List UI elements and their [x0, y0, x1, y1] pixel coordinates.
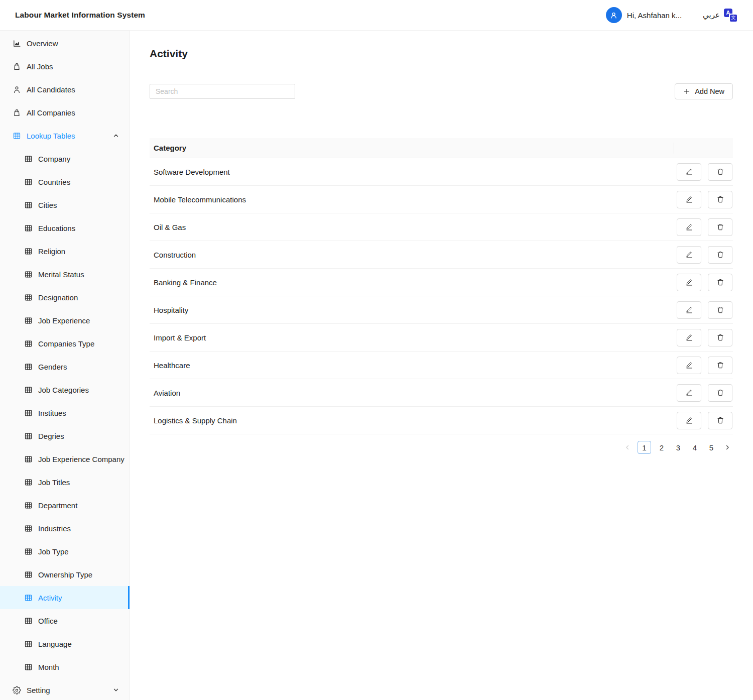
edit-button[interactable]	[677, 246, 701, 264]
language-label[interactable]: عربي	[703, 11, 720, 20]
sidebar-item-label: All Jobs	[27, 62, 53, 71]
pagination-page-5[interactable]: 5	[705, 441, 717, 454]
table-row: Import & Export	[150, 324, 733, 352]
pagination-page-2[interactable]: 2	[656, 441, 668, 454]
delete-button[interactable]	[708, 384, 732, 402]
sidebar-item-degries[interactable]: Degries	[0, 424, 130, 447]
sidebar-item-label: Job Titles	[38, 478, 70, 487]
trash-icon	[716, 333, 724, 341]
sidebar-item-label: Setting	[27, 686, 50, 694]
sidebar-item-month[interactable]: Month	[0, 655, 130, 678]
search-input[interactable]	[150, 84, 295, 99]
edit-pencil-icon	[685, 416, 693, 424]
sidebar-item-language[interactable]: Language	[0, 632, 130, 655]
table-icon	[24, 454, 33, 463]
sidebar-item-industries[interactable]: Industries	[0, 517, 130, 540]
chevron-down-icon	[112, 686, 119, 693]
sidebar-item-job-categories[interactable]: Job Categories	[0, 378, 130, 401]
table-icon	[24, 593, 33, 602]
sidebar-item-label: Activity	[38, 594, 62, 602]
sidebar-item-all-companies[interactable]: All Companies	[0, 101, 130, 124]
edit-button[interactable]	[677, 163, 701, 181]
sidebar-item-label: Institues	[38, 409, 66, 417]
sidebar-item-label: Job Categories	[38, 386, 89, 394]
sidebar-item-activity[interactable]: Activity	[0, 586, 130, 609]
sidebar-item-label: Designation	[38, 293, 78, 302]
delete-button[interactable]	[708, 274, 732, 291]
table-icon	[24, 547, 33, 556]
translate-icon[interactable]: A 文	[724, 8, 738, 23]
gear-icon	[12, 685, 21, 694]
sidebar-item-designation[interactable]: Designation	[0, 286, 130, 309]
user-greeting[interactable]: Hi, Ashfahan k...	[627, 11, 682, 20]
delete-button[interactable]	[708, 301, 732, 319]
chevron-up-icon	[112, 132, 119, 139]
sidebar-item-department[interactable]: Department	[0, 494, 130, 517]
sidebar-item-all-jobs[interactable]: All Jobs	[0, 55, 130, 78]
plus-icon	[683, 88, 690, 95]
sidebar-item-label: Industries	[38, 524, 71, 533]
header-right: Hi, Ashfahan k... عربي A 文	[606, 7, 738, 23]
user-avatar[interactable]	[606, 7, 622, 23]
table-icon	[24, 408, 33, 417]
sidebar-item-overview[interactable]: Overview	[0, 32, 130, 55]
sidebar-item-label: Companies Type	[38, 339, 94, 348]
edit-button[interactable]	[677, 218, 701, 236]
sidebar-item-job-type[interactable]: Job Type	[0, 540, 130, 563]
sidebar-item-all-candidates[interactable]: All Candidates	[0, 78, 130, 101]
edit-button[interactable]	[677, 357, 701, 374]
trash-icon	[716, 168, 724, 176]
pagination-page-3[interactable]: 3	[672, 441, 684, 454]
delete-button[interactable]	[708, 218, 732, 236]
table-icon	[12, 131, 21, 140]
trash-icon	[716, 278, 724, 286]
sidebar-item-genders[interactable]: Genders	[0, 355, 130, 378]
table-icon	[24, 223, 33, 232]
category-cell: Mobile Telecommunications	[150, 195, 677, 204]
row-actions	[677, 329, 733, 346]
edit-pencil-icon	[685, 333, 693, 341]
delete-button[interactable]	[708, 246, 732, 264]
sidebar-item-countries[interactable]: Countries	[0, 170, 130, 193]
sidebar-item-setting[interactable]: Setting	[0, 678, 130, 700]
delete-button[interactable]	[708, 329, 732, 346]
edit-button[interactable]	[677, 274, 701, 291]
add-new-label: Add New	[695, 87, 724, 95]
edit-button[interactable]	[677, 412, 701, 429]
sidebar-item-label: Cities	[38, 201, 57, 209]
sidebar-item-companies-type[interactable]: Companies Type	[0, 332, 130, 355]
sidebar-item-lookup-tables[interactable]: Lookup Tables	[0, 124, 130, 147]
sidebar-item-religion[interactable]: Religion	[0, 240, 130, 263]
sidebar-item-merital-status[interactable]: Merital Status	[0, 263, 130, 286]
pagination-prev-button[interactable]	[622, 441, 633, 454]
sidebar-item-job-experience[interactable]: Job Experience	[0, 309, 130, 332]
add-new-button[interactable]: Add New	[675, 83, 733, 99]
delete-button[interactable]	[708, 163, 732, 181]
pagination-next-button[interactable]	[722, 441, 733, 454]
table-icon	[24, 270, 33, 279]
table-row: Construction	[150, 241, 733, 269]
pagination-page-1[interactable]: 1	[638, 441, 651, 454]
table-icon	[24, 293, 33, 302]
sidebar-item-job-experience-company[interactable]: Job Experience Company	[0, 447, 130, 471]
sidebar-item-label: Lookup Tables	[27, 132, 75, 140]
table-icon	[24, 639, 33, 648]
sidebar-item-label: Job Type	[38, 547, 69, 556]
delete-button[interactable]	[708, 412, 732, 429]
edit-button[interactable]	[677, 191, 701, 208]
sidebar-item-cities[interactable]: Cities	[0, 193, 130, 216]
sidebar-item-institues[interactable]: Institues	[0, 401, 130, 424]
sidebar-item-ownership-type[interactable]: Ownership Type	[0, 563, 130, 586]
sidebar-item-company[interactable]: Company	[0, 147, 130, 170]
edit-pencil-icon	[685, 223, 693, 231]
sidebar-item-job-titles[interactable]: Job Titles	[0, 471, 130, 494]
delete-button[interactable]	[708, 191, 732, 208]
edit-button[interactable]	[677, 329, 701, 346]
table-icon	[24, 154, 33, 163]
edit-button[interactable]	[677, 384, 701, 402]
pagination-page-4[interactable]: 4	[689, 441, 701, 454]
sidebar-item-educations[interactable]: Educations	[0, 216, 130, 240]
edit-button[interactable]	[677, 301, 701, 319]
sidebar-item-office[interactable]: Office	[0, 609, 130, 632]
delete-button[interactable]	[708, 357, 732, 374]
